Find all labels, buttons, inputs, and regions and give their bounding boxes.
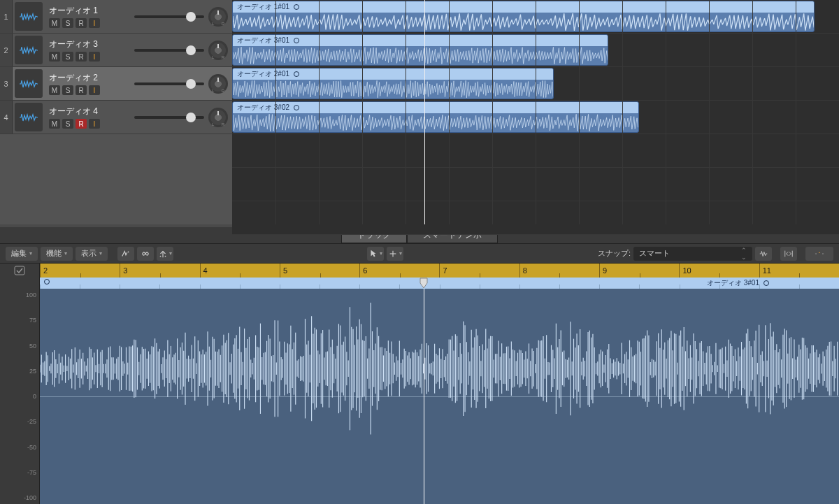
playhead[interactable]: [424, 0, 425, 224]
record-arm-button[interactable]: R: [76, 119, 87, 129]
tool-marquee-icon[interactable]: ▾: [387, 247, 403, 261]
track-row[interactable]: 1 オーディオ 1 M S R I LR: [0, 0, 232, 34]
mute-button[interactable]: M: [49, 18, 60, 28]
input-monitor-button[interactable]: I: [89, 18, 100, 28]
region-name-label: オーディオ 3#01: [237, 36, 289, 45]
track-type-icon[interactable]: [15, 36, 43, 64]
loop-marker-icon: [294, 4, 299, 10]
arrange-area: 1 オーディオ 1 M S R I LR 2 オーディオ 3 M S R I: [0, 0, 839, 227]
loop-marker-icon: [294, 71, 299, 77]
editor-toolbar: 編集▾ 機能▾ 表示▾ ▾ ▾ ▾ スナップ: スマート ⌃⌄: [0, 244, 839, 264]
region-name-label: オーディオ 3#02: [237, 103, 289, 113]
pan-knob[interactable]: LR: [208, 74, 228, 94]
menu-function[interactable]: 機能▾: [41, 247, 73, 261]
pan-knob[interactable]: LR: [208, 7, 228, 27]
pan-knob[interactable]: LR: [208, 41, 228, 60]
tool-marker-icon[interactable]: ▾: [157, 247, 173, 261]
tool-pointer-icon[interactable]: ▾: [367, 247, 384, 261]
snap-label: スナップ:: [598, 248, 631, 259]
volume-slider[interactable]: [134, 116, 204, 119]
ruler-bar[interactable]: 5: [280, 264, 359, 278]
mute-button[interactable]: M: [49, 119, 60, 129]
solo-button[interactable]: S: [62, 85, 73, 95]
tool-waveform-zoom-icon[interactable]: [755, 247, 772, 261]
ruler-bar[interactable]: 10: [679, 264, 759, 278]
svg-point-0: [128, 251, 129, 252]
track-name-label[interactable]: オーディオ 1: [49, 5, 134, 17]
tool-catch-icon[interactable]: [117, 247, 134, 261]
clip-header[interactable]: オーディオ 3#01: [40, 278, 839, 289]
track-number: 4: [0, 101, 13, 134]
ruler-bar[interactable]: 9: [599, 264, 679, 278]
input-monitor-button[interactable]: I: [89, 85, 100, 95]
amplitude-scale: 1007550250-25-50-75-100: [0, 289, 40, 504]
region-name-label: オーディオ 1#01: [237, 2, 289, 12]
playhead[interactable]: [424, 289, 424, 504]
solo-button[interactable]: S: [62, 18, 73, 28]
track-name-label[interactable]: オーディオ 3: [49, 38, 134, 50]
loop-marker-icon: [294, 105, 299, 110]
input-monitor-button[interactable]: I: [89, 119, 100, 129]
track-number: 3: [0, 67, 13, 100]
ruler-bar[interactable]: 4: [200, 264, 280, 278]
svg-point-2: [160, 255, 162, 257]
menu-view-label: 表示: [81, 248, 96, 259]
region-area[interactable]: オーディオ 1#01 オーディオ 3#01 オーディオ 2#01 オーディオ 3…: [232, 0, 839, 224]
input-monitor-button[interactable]: I: [89, 52, 100, 62]
tool-zoom-h-icon[interactable]: [805, 247, 833, 261]
loop-marker-icon: [763, 280, 769, 286]
pan-knob[interactable]: LR: [208, 108, 228, 127]
record-arm-button[interactable]: R: [76, 52, 87, 62]
ruler-bar[interactable]: 11: [759, 264, 839, 278]
ruler-bar[interactable]: 8: [519, 264, 599, 278]
waveform-display[interactable]: [40, 289, 839, 504]
svg-point-3: [165, 255, 166, 257]
track-name-label[interactable]: オーディオ 2: [49, 72, 134, 84]
playhead-marker-icon[interactable]: [420, 278, 428, 289]
menu-edit[interactable]: 編集▾: [6, 247, 38, 261]
snap-select[interactable]: スマート ⌃⌄: [633, 247, 752, 261]
menu-edit-label: 編集: [11, 248, 27, 259]
audio-region[interactable]: オーディオ 3#01: [232, 34, 608, 66]
track-number: 2: [0, 34, 13, 66]
ruler-menu-icon[interactable]: [0, 264, 40, 278]
ruler-bar[interactable]: 3: [120, 264, 199, 278]
volume-slider[interactable]: [134, 49, 204, 52]
track-type-icon[interactable]: [15, 2, 43, 31]
menu-view[interactable]: 表示▾: [76, 247, 108, 261]
volume-slider[interactable]: [134, 82, 204, 85]
ruler[interactable]: 234567891011: [0, 264, 839, 278]
track-number: 1: [0, 0, 13, 33]
tool-flex-icon[interactable]: [137, 247, 154, 261]
track-type-icon[interactable]: [15, 103, 43, 131]
audio-region[interactable]: オーディオ 3#02: [232, 101, 639, 133]
track-row[interactable]: 3 オーディオ 2 M S R I LR: [0, 67, 232, 101]
svg-rect-8: [15, 266, 24, 275]
ruler-bar[interactable]: 2: [40, 264, 120, 278]
track-type-icon[interactable]: [15, 69, 43, 98]
loop-marker-icon: [294, 38, 299, 43]
snap-value: スマート: [639, 248, 670, 259]
ruler-bar[interactable]: 7: [439, 264, 519, 278]
mute-button[interactable]: M: [49, 85, 60, 95]
track-name-label[interactable]: オーディオ 4: [49, 106, 134, 117]
record-arm-button[interactable]: R: [76, 85, 87, 95]
track-row[interactable]: 2 オーディオ 3 M S R I LR: [0, 34, 232, 67]
ruler-bar[interactable]: 6: [359, 264, 439, 278]
audio-region[interactable]: オーディオ 2#01: [232, 68, 554, 99]
region-name-label: オーディオ 2#01: [237, 69, 289, 79]
tool-zoom-fit-h-icon[interactable]: [780, 247, 797, 261]
record-arm-button[interactable]: R: [76, 18, 87, 28]
clip-name-label: オーディオ 3#01: [707, 278, 759, 288]
mute-button[interactable]: M: [49, 52, 60, 62]
track-list: 1 オーディオ 1 M S R I LR 2 オーディオ 3 M S R I: [0, 0, 232, 224]
solo-button[interactable]: S: [62, 119, 73, 129]
solo-button[interactable]: S: [62, 52, 73, 62]
audio-editor: トラック スマートテンポ 編集▾ 機能▾ 表示▾ ▾ ▾ ▾ スナップ: スマー…: [0, 227, 839, 504]
volume-slider[interactable]: [134, 15, 204, 18]
menu-function-label: 機能: [46, 248, 62, 259]
track-row[interactable]: 4 オーディオ 4 M S R I LR: [0, 101, 232, 134]
